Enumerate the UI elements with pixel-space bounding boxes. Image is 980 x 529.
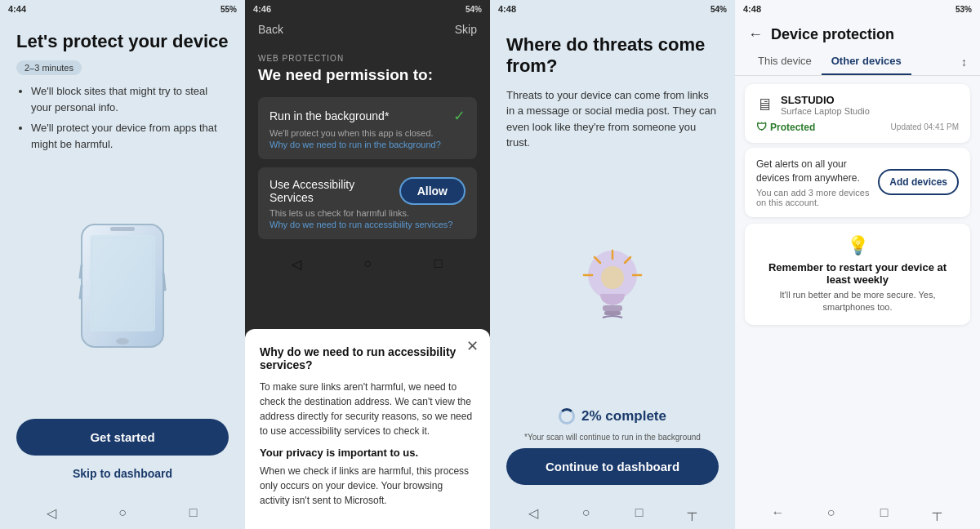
panel-protect-device: 4:44 55% Let's protect your device 2–3 m…	[0, 0, 245, 529]
shield-icon: 🛡	[756, 121, 767, 133]
perm-desc-2: This lets us check for harmful links.	[270, 208, 466, 218]
status-bar-3: 4:48 54%	[490, 0, 735, 18]
perm-label-1: Run in the background*	[270, 109, 389, 122]
tab-this-device[interactable]: This device	[748, 48, 822, 75]
protect-content: Let's protect your device 2–3 minutes We…	[0, 18, 245, 496]
status-battery-1: 55%	[220, 5, 237, 14]
nav-recents-2[interactable]: □	[430, 255, 448, 273]
nav-recents-4[interactable]: □	[875, 504, 893, 522]
add-devices-text: Get alerts on all your devices from anyw…	[756, 158, 870, 185]
nav-home-1[interactable]: ○	[114, 504, 131, 522]
status-time-3: 4:48	[498, 4, 516, 14]
status-time-2: 4:46	[253, 4, 271, 14]
threats-content: Where do threats come from? Threats to y…	[490, 18, 735, 496]
laptop-icon: 🖥	[756, 96, 773, 114]
protect-title: Let's protect your device	[16, 31, 229, 52]
nav-bar-3: ◁ ○ □ ┬	[490, 496, 735, 529]
device-details: SLSTUDIO Surface Laptop Studio	[781, 94, 870, 116]
svg-line-6	[163, 273, 165, 290]
perm-link-2[interactable]: Why do we need to run accessibility serv…	[270, 220, 466, 229]
nav-back-3[interactable]: ◁	[524, 504, 542, 522]
checkmark-icon: ✓	[453, 107, 466, 125]
accessibility-modal: ✕ Why do we need to run accessibility se…	[245, 329, 490, 529]
modal-privacy-heading: Your privacy is important to us.	[260, 447, 475, 459]
modal-close-button[interactable]: ✕	[466, 337, 479, 355]
top-bar-2: Back Skip	[245, 18, 490, 41]
modal-privacy-body: When we check if links are harmful, this…	[260, 464, 475, 508]
status-bar-4: 4:48 53%	[735, 0, 980, 18]
tip-desc: It'll run better and be more secure. Yes…	[756, 289, 959, 314]
allow-button[interactable]: Allow	[399, 177, 466, 205]
nav-home-3[interactable]: ○	[577, 504, 595, 522]
panel-web-protection: 4:46 54% Back Skip WEB PROTECTION We nee…	[245, 0, 490, 529]
nav-recents-3[interactable]: □	[630, 504, 648, 522]
status-battery-2: 54%	[466, 5, 482, 14]
tip-icon: 💡	[756, 235, 959, 256]
protected-status: Protected	[770, 122, 815, 133]
device-tabs: This device Other devices ↕	[735, 48, 980, 76]
perm-label-2: Use Accessibility Services	[270, 178, 399, 204]
nav-bar-1: ◁ ○ □	[0, 496, 245, 529]
bullet-1: We'll block sites that might try to stea…	[31, 83, 229, 115]
nav-extra-4: ┬	[929, 504, 947, 522]
scan-note: *Your scan will continue to run in the b…	[506, 433, 719, 442]
progress-text: 2% complete	[581, 408, 666, 425]
sort-icon[interactable]: ↕	[961, 56, 967, 69]
back-arrow-4[interactable]: ←	[748, 26, 763, 43]
skip-link-2[interactable]: Skip	[455, 23, 477, 36]
permission-title: We need permission to:	[258, 66, 477, 84]
svg-rect-10	[604, 311, 621, 315]
nav-home-2[interactable]: ○	[359, 255, 376, 273]
add-devices-sub: You can add 3 more devices on this accou…	[756, 188, 870, 207]
perm-link-1[interactable]: Why do we need to run in the background?	[270, 140, 466, 149]
nav-back-2[interactable]: ◁	[287, 255, 305, 273]
tab-other-devices[interactable]: Other devices	[822, 48, 911, 75]
modal-question: Why do we need to run accessibility serv…	[260, 345, 475, 371]
get-started-button[interactable]: Get started	[16, 419, 229, 456]
progress-area: 2% complete	[506, 400, 719, 433]
device-sub: Surface Laptop Studio	[781, 106, 870, 116]
nav-extra-3: ┬	[684, 504, 702, 522]
status-time-1: 4:44	[8, 4, 26, 14]
phone-illustration	[16, 160, 229, 411]
section-label: WEB PROTECTION	[258, 54, 477, 63]
back-link-2[interactable]: Back	[258, 23, 283, 36]
device-protection-content: ← Device protection This device Other de…	[735, 18, 980, 496]
progress-spinner	[559, 408, 575, 425]
nav-recents-1[interactable]: □	[185, 504, 203, 522]
bullet-2: We'll protect your device from apps that…	[31, 120, 229, 152]
perm-item-1-header: Run in the background* ✓	[270, 107, 466, 125]
nav-back-1[interactable]: ◁	[42, 504, 60, 522]
nav-bar-2: ◁ ○ □	[245, 247, 490, 280]
threats-title: Where do threats come from?	[506, 34, 719, 78]
nav-back-4[interactable]: ←	[769, 504, 787, 522]
perm-desc-1: We'll protect you when this app is close…	[270, 128, 466, 138]
tip-title: Remember to restart your device at least…	[756, 261, 959, 286]
progress-row: 2% complete	[559, 408, 666, 425]
status-bar-1: 4:44 55%	[0, 0, 245, 18]
skip-to-dashboard-link[interactable]: Skip to dashboard	[16, 464, 229, 483]
add-devices-text-area: Get alerts on all your devices from anyw…	[756, 158, 870, 207]
status-battery-3: 54%	[710, 5, 727, 14]
permission-card: WEB PROTECTION We need permission to: Ru…	[245, 41, 490, 247]
svg-point-3	[116, 338, 129, 345]
device-card: 🖥 SLSTUDIO Surface Laptop Studio 🛡 Prote…	[745, 84, 970, 143]
svg-rect-2	[110, 227, 135, 231]
perm-item-background: Run in the background* ✓ We'll protect y…	[258, 97, 477, 159]
add-devices-button[interactable]: Add devices	[878, 169, 959, 195]
threats-illustration	[506, 167, 719, 400]
continue-dashboard-button[interactable]: Continue to dashboard	[506, 448, 719, 485]
protect-bullets: We'll block sites that might try to stea…	[16, 83, 229, 152]
nav-bar-4: ← ○ □ ┬	[735, 496, 980, 529]
panel-device-protection: 4:48 53% ← Device protection This device…	[735, 0, 980, 529]
add-devices-card: Get alerts on all your devices from anyw…	[745, 148, 970, 217]
svg-line-5	[80, 286, 82, 298]
status-time-4: 4:48	[743, 4, 761, 14]
top-header-4: ← Device protection	[735, 18, 980, 48]
nav-home-4[interactable]: ○	[822, 504, 840, 522]
protected-badge: 🛡 Protected	[756, 121, 815, 133]
panel-threats: 4:48 54% Where do threats come from? Thr…	[490, 0, 735, 529]
tip-card: 💡 Remember to restart your device at lea…	[745, 224, 970, 326]
status-bar-2: 4:46 54%	[245, 0, 490, 18]
page-title-4: Device protection	[771, 26, 894, 43]
